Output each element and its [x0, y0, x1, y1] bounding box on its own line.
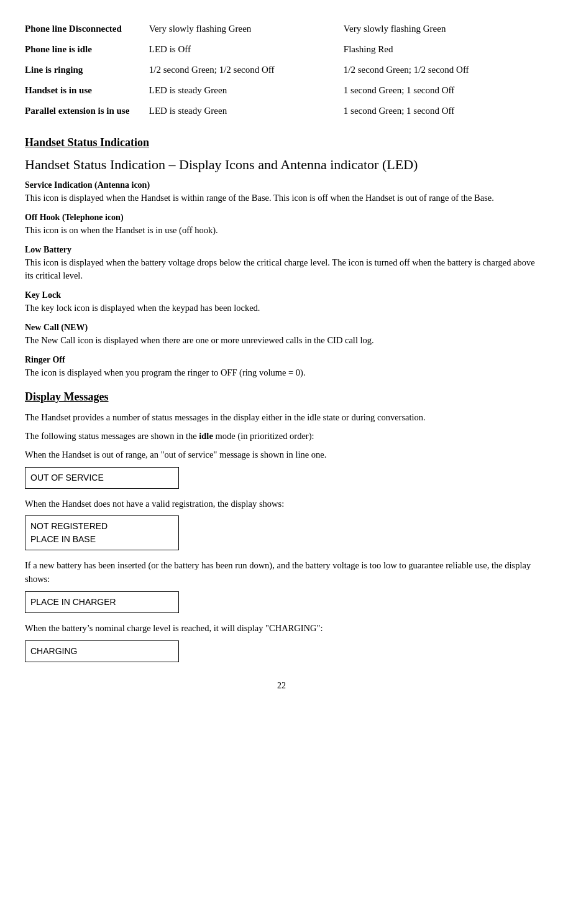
- display-messages-title: Display Messages: [25, 390, 538, 404]
- table-cell: LED is steady Green: [149, 101, 344, 121]
- handset-big-heading: Handset Status Indication – Display Icon…: [25, 157, 538, 173]
- table-row: Parallel extension is in useLED is stead…: [25, 101, 538, 121]
- display-intro: The Handset provides a number of status …: [25, 411, 538, 425]
- display-box: PLACE IN CHARGER: [25, 591, 179, 613]
- display-message-intro: When the battery’s nominal charge level …: [25, 622, 538, 635]
- table-cell: LED is steady Green: [149, 80, 344, 101]
- subsection-label: Low Battery: [25, 245, 538, 255]
- subsection-text: This icon is displayed when the Handset …: [25, 192, 538, 205]
- table-cell: Flashing Red: [344, 39, 538, 60]
- subsection-label: Key Lock: [25, 290, 538, 300]
- table-cell: Handset is in use: [25, 80, 149, 101]
- display-message-intro: When the Handset is out of range, an "ou…: [25, 448, 538, 462]
- display-messages-section: Display Messages The Handset provides a …: [25, 390, 538, 662]
- display-box: CHARGING: [25, 640, 179, 662]
- table-cell: Phone line is idle: [25, 39, 149, 60]
- page-number: 22: [25, 681, 538, 691]
- idle-mode-text: The following status messages are shown …: [25, 430, 538, 443]
- table-cell: Very slowly flashing Green: [149, 19, 344, 39]
- subsection-text: The icon is displayed when you program t…: [25, 366, 538, 380]
- idle-mode-suffix: mode (in prioritized order):: [213, 431, 314, 441]
- table-row: Phone line DisconnectedVery slowly flash…: [25, 19, 538, 39]
- table-row: Phone line is idleLED is OffFlashing Red: [25, 39, 538, 60]
- table-cell: 1 second Green; 1 second Off: [344, 101, 538, 121]
- subsection-text: This icon is on when the Handset is in u…: [25, 224, 538, 238]
- status-table: Phone line DisconnectedVery slowly flash…: [25, 19, 538, 121]
- idle-mode-prefix: The following status messages are shown …: [25, 431, 199, 441]
- idle-mode-bold: idle: [199, 431, 213, 441]
- display-box: NOT REGISTERED PLACE IN BASE: [25, 515, 179, 550]
- table-row: Line is ringing1/2 second Green; 1/2 sec…: [25, 60, 538, 80]
- handset-section-title: Handset Status Indication: [25, 136, 538, 149]
- subsection-label: Off Hook (Telephone icon): [25, 213, 538, 223]
- subsection-text: The key lock icon is displayed when the …: [25, 302, 538, 315]
- subsection-label: Ringer Off: [25, 355, 538, 365]
- subsection-text: This icon is displayed when the battery …: [25, 256, 538, 284]
- display-message-intro: When the Handset does not have a valid r…: [25, 497, 538, 511]
- subsection-label: Service Indication (Antenna icon): [25, 180, 538, 190]
- table-cell: 1 second Green; 1 second Off: [344, 80, 538, 101]
- subsection-label: New Call (NEW): [25, 323, 538, 333]
- table-cell: Line is ringing: [25, 60, 149, 80]
- table-cell: Very slowly flashing Green: [344, 19, 538, 39]
- table-cell: 1/2 second Green; 1/2 second Off: [149, 60, 344, 80]
- table-cell: 1/2 second Green; 1/2 second Off: [344, 60, 538, 80]
- subsection-text: The New Call icon is displayed when ther…: [25, 334, 538, 348]
- table-cell: LED is Off: [149, 39, 344, 60]
- handset-status-section: Handset Status Indication Handset Status…: [25, 136, 538, 379]
- display-box: OUT OF SERVICE: [25, 467, 179, 489]
- table-cell: Parallel extension is in use: [25, 101, 149, 121]
- display-message-intro: If a new battery has been inserted (or t…: [25, 559, 538, 586]
- table-cell: Phone line Disconnected: [25, 19, 149, 39]
- table-row: Handset is in useLED is steady Green1 se…: [25, 80, 538, 101]
